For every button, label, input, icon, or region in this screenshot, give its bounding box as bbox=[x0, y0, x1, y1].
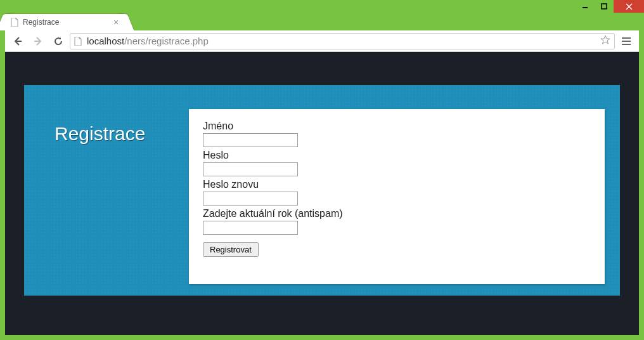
content-band: Registrace Jméno Heslo Heslo znovu Zadej… bbox=[24, 85, 620, 296]
name-input[interactable] bbox=[203, 133, 298, 147]
tab-strip: Registrace × bbox=[5, 13, 639, 30]
close-tab-icon[interactable]: × bbox=[112, 17, 120, 27]
maximize-button[interactable] bbox=[595, 0, 614, 13]
page-viewport: Registrace Jméno Heslo Heslo znovu Zadej… bbox=[5, 52, 639, 335]
password-label: Heslo bbox=[203, 150, 591, 161]
tab-title: Registrace bbox=[23, 18, 59, 27]
password-again-label: Heslo znovu bbox=[203, 179, 591, 190]
url-host: localhost bbox=[87, 36, 124, 46]
password-again-input[interactable] bbox=[203, 192, 298, 206]
name-label: Jméno bbox=[203, 121, 591, 132]
svg-rect-1 bbox=[602, 4, 607, 9]
address-bar[interactable]: localhost/ners/registrace.php bbox=[70, 33, 615, 49]
antispam-label: Zadejte aktuální rok (antispam) bbox=[203, 208, 591, 219]
page-title: Registrace bbox=[55, 123, 145, 145]
window-controls bbox=[576, 0, 644, 13]
register-button[interactable]: Registrovat bbox=[203, 242, 259, 257]
close-window-button[interactable] bbox=[614, 0, 644, 13]
minimize-button[interactable] bbox=[576, 0, 595, 13]
browser-toolbar: localhost/ners/registrace.php bbox=[5, 30, 639, 52]
menu-button[interactable] bbox=[617, 32, 635, 50]
reload-button[interactable] bbox=[49, 32, 67, 50]
registration-form-panel: Jméno Heslo Heslo znovu Zadejte aktuální… bbox=[189, 109, 605, 284]
password-input[interactable] bbox=[203, 162, 298, 176]
bookmark-star-icon[interactable] bbox=[600, 35, 610, 47]
file-icon bbox=[74, 36, 83, 46]
file-icon bbox=[10, 18, 19, 27]
url-path: /ners/registrace.php bbox=[124, 36, 209, 46]
back-button[interactable] bbox=[9, 32, 27, 50]
antispam-input[interactable] bbox=[203, 221, 298, 235]
browser-tab[interactable]: Registrace × bbox=[5, 14, 126, 30]
forward-button[interactable] bbox=[29, 32, 47, 50]
